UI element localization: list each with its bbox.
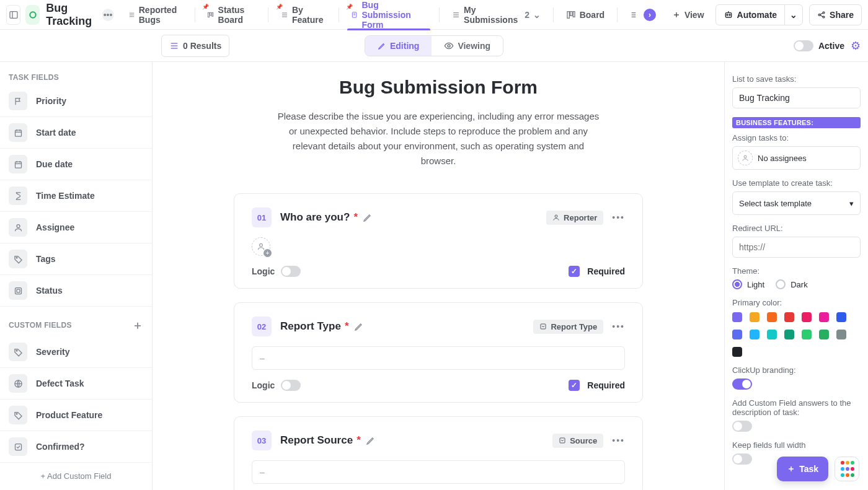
dropdown-placeholder[interactable]: –	[252, 460, 625, 484]
automate-button[interactable]: Automate	[715, 4, 786, 25]
dropdown-placeholder[interactable]: –	[252, 346, 625, 370]
more-icon[interactable]: •••	[612, 212, 625, 222]
field-priority[interactable]: Priority	[0, 85, 152, 117]
automate-dropdown[interactable]: ⌄	[784, 4, 803, 25]
color-swatch[interactable]	[732, 330, 742, 339]
full-width-toggle[interactable]	[732, 453, 752, 465]
toggle-switch[interactable]	[794, 40, 813, 51]
redirect-input[interactable]	[732, 237, 861, 258]
field-time-estimate[interactable]: Time Estimate	[0, 180, 152, 212]
theme-dark-radio[interactable]	[776, 279, 786, 289]
svg-rect-37	[15, 130, 21, 136]
question-card-02[interactable]: 02 Report Type * Report Type •••	[234, 302, 643, 403]
plus-icon: ＋	[672, 9, 681, 20]
color-swatch[interactable]	[767, 312, 777, 322]
color-swatch[interactable]	[732, 312, 742, 322]
field-assignee[interactable]: Assignee	[0, 212, 152, 243]
field-product-feature[interactable]: Product Feature	[0, 400, 152, 431]
color-swatch[interactable]	[819, 330, 829, 339]
add-cf-toggle[interactable]	[732, 421, 752, 432]
chevron-down-icon: ⌄	[533, 10, 541, 20]
form-description[interactable]: Please describe the issue you are experi…	[277, 109, 600, 168]
field-confirmed[interactable]: Confirmed?	[0, 431, 152, 463]
svg-point-58	[744, 155, 746, 158]
viewing-button[interactable]: Viewing	[432, 36, 503, 56]
color-swatch[interactable]	[836, 330, 846, 339]
svg-rect-19	[570, 11, 572, 15]
more-icon[interactable]: •••	[612, 322, 625, 331]
field-chip[interactable]: Source	[552, 434, 603, 448]
color-swatch[interactable]	[732, 347, 742, 357]
tab-more-views[interactable]: ›	[622, 0, 663, 30]
list-save-input[interactable]	[732, 87, 861, 108]
color-swatch[interactable]	[750, 330, 760, 339]
tab-my-submissions[interactable]: My Submissions 2 ⌄	[445, 0, 548, 30]
results-label: 0 Results	[183, 41, 221, 51]
list-logo-icon	[25, 5, 40, 25]
question-title[interactable]: Report Source *	[280, 434, 376, 447]
color-swatch[interactable]	[802, 312, 812, 322]
tab-label: Status Board	[218, 5, 256, 25]
add-view-button[interactable]: ＋ View	[666, 9, 711, 20]
logic-toggle[interactable]	[281, 266, 301, 277]
collapse-sidebar-icon[interactable]	[6, 5, 20, 25]
field-due-date[interactable]: Due date	[0, 149, 152, 180]
tag-icon	[9, 406, 27, 424]
tab-status-board[interactable]: 📌 Status Board	[200, 0, 263, 30]
page-title[interactable]: Bug Tracking	[46, 2, 96, 28]
editing-button[interactable]: Editing	[365, 36, 432, 56]
share-button[interactable]: Share	[809, 4, 862, 25]
color-swatch[interactable]	[750, 312, 760, 322]
logic-toggle[interactable]	[281, 380, 301, 391]
svg-rect-53	[15, 444, 21, 450]
svg-rect-7	[210, 12, 211, 15]
field-status[interactable]: Status	[0, 275, 152, 307]
svg-rect-47	[15, 287, 21, 294]
apps-button[interactable]	[835, 457, 859, 481]
branding-toggle[interactable]	[732, 378, 752, 390]
question-title[interactable]: Who are you? *	[280, 211, 373, 224]
add-custom-field-icon[interactable]: ＋	[132, 318, 143, 333]
pencil-icon[interactable]	[354, 322, 364, 331]
color-swatch[interactable]	[767, 330, 777, 339]
color-swatch[interactable]	[784, 312, 794, 322]
form-title[interactable]: Bug Submission Form	[184, 77, 693, 98]
page-settings-icon[interactable]: •••	[102, 9, 113, 21]
field-chip[interactable]: Report Type	[533, 320, 603, 334]
add-custom-field-button[interactable]: + Add Custom Field	[0, 463, 152, 483]
tab-by-feature[interactable]: 📌 By Feature	[273, 0, 334, 30]
field-start-date[interactable]: Start date	[0, 117, 152, 149]
field-chip[interactable]: Reporter	[546, 211, 603, 225]
new-task-button[interactable]: ＋ Task	[777, 457, 828, 481]
pencil-icon[interactable]	[363, 212, 373, 222]
assignee-empty-icon[interactable]: +	[252, 237, 270, 256]
theme-dark-label: Dark	[790, 280, 807, 289]
active-toggle[interactable]: Active	[794, 40, 844, 51]
question-card-01[interactable]: 01 Who are you? * Reporter	[234, 193, 643, 289]
color-swatch[interactable]	[819, 312, 829, 322]
tab-bug-submission-form[interactable]: 📌 Bug Submission Form	[343, 0, 434, 30]
question-title[interactable]: Report Type *	[280, 320, 364, 333]
theme-light-radio[interactable]	[732, 279, 742, 289]
color-swatch[interactable]	[802, 330, 812, 339]
template-label: Use template to create task:	[732, 178, 861, 188]
gear-icon[interactable]: ⚙	[851, 39, 861, 53]
tab-board[interactable]: Board	[559, 0, 612, 30]
field-severity[interactable]: Severity	[0, 336, 152, 368]
svg-rect-48	[17, 289, 20, 292]
assignee-select[interactable]: No assignees	[732, 146, 861, 170]
field-defect-task[interactable]: Defect Task	[0, 368, 152, 400]
required-checkbox[interactable]: ✓	[569, 266, 580, 277]
results-button[interactable]: 0 Results	[161, 35, 229, 57]
more-icon[interactable]: •••	[612, 435, 625, 445]
svg-rect-41	[15, 162, 21, 168]
question-card-03[interactable]: 03 Report Source * Source •••	[234, 416, 643, 490]
tab-reported-bugs[interactable]: Reported Bugs	[121, 0, 190, 30]
template-select[interactable]: Select task template ▾	[732, 191, 861, 215]
pencil-icon[interactable]	[366, 435, 376, 445]
form-canvas[interactable]: Bug Submission Form Please describe the …	[153, 62, 724, 490]
field-tags[interactable]: Tags	[0, 243, 152, 275]
color-swatch[interactable]	[836, 312, 846, 322]
color-swatch[interactable]	[784, 330, 794, 339]
required-checkbox[interactable]: ✓	[569, 380, 580, 391]
